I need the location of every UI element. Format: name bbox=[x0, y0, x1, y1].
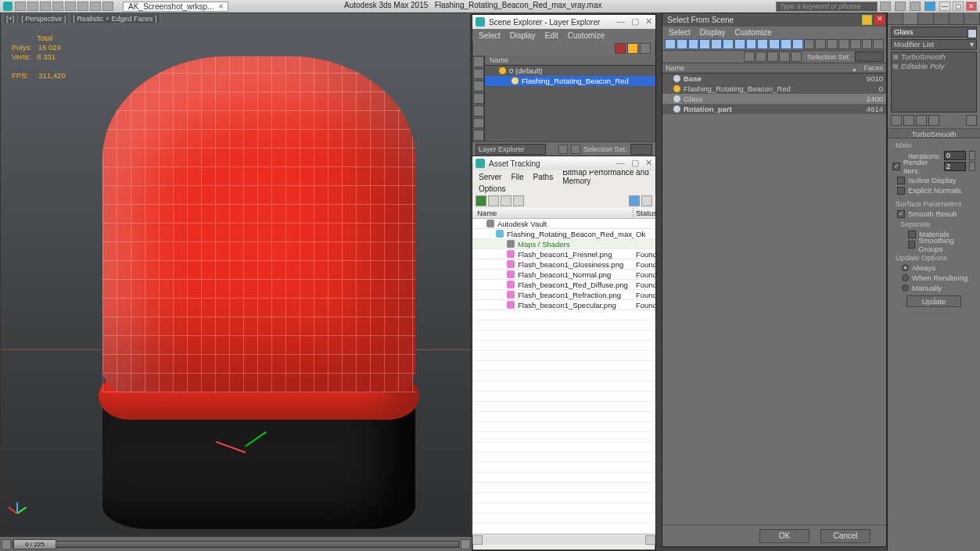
upd-render-radio[interactable] bbox=[902, 274, 909, 281]
explicit-check[interactable] bbox=[897, 187, 905, 195]
filter-space-icon[interactable] bbox=[473, 118, 484, 129]
filter-helper-icon[interactable] bbox=[473, 106, 484, 116]
selset-c-icon[interactable] bbox=[779, 52, 790, 62]
flt-f-icon[interactable] bbox=[838, 39, 849, 49]
menu-bitmap[interactable]: Bitmap Performance and Memory bbox=[562, 168, 649, 185]
timeslider-prev-button[interactable] bbox=[2, 539, 11, 549]
asset-row[interactable]: Flash_beacon1_Refraction.pngFound bbox=[472, 290, 655, 300]
signin-icon[interactable] bbox=[895, 2, 906, 11]
menu-display[interactable]: Display bbox=[700, 28, 726, 37]
viewport-label[interactable]: [+][ Perspective ][ Realistic + Edged Fa… bbox=[3, 13, 161, 23]
asset-tracking-titlebar[interactable]: Asset Tracking —▢✕ bbox=[472, 156, 655, 170]
filter-light-icon[interactable] bbox=[473, 81, 484, 91]
ok-button[interactable]: OK bbox=[759, 529, 809, 543]
make-unique-icon[interactable] bbox=[916, 115, 927, 126]
timeslider-next-button[interactable] bbox=[461, 539, 470, 549]
asset-row[interactable]: Flash_beacon1_Specular.pngFound bbox=[472, 300, 655, 310]
object-name-field[interactable]: Glass bbox=[891, 27, 977, 38]
flt-g-icon[interactable] bbox=[850, 39, 861, 49]
object-color-swatch[interactable] bbox=[967, 29, 977, 38]
time-slider[interactable]: 0 / 225 bbox=[0, 536, 472, 551]
rollout-turbosmooth[interactable]: TurboSmooth bbox=[888, 128, 980, 138]
render-iters-field[interactable]: 2 bbox=[944, 162, 966, 171]
app-icon[interactable] bbox=[3, 2, 13, 11]
infocenter-icon[interactable] bbox=[880, 2, 891, 11]
render-iters-spinner[interactable] bbox=[969, 162, 975, 171]
col-name[interactable]: Name bbox=[472, 208, 634, 218]
flt-helper-icon[interactable] bbox=[723, 39, 734, 49]
close-icon[interactable]: ✕ bbox=[645, 16, 652, 27]
menu-server[interactable]: Server bbox=[479, 173, 501, 181]
filter-shape-icon[interactable] bbox=[473, 69, 484, 80]
sfs-list[interactable]: NameFaces Base9010Flashing_Rotating_Beac… bbox=[662, 63, 886, 114]
at-help-icon[interactable] bbox=[629, 195, 640, 206]
remove-mod-icon[interactable] bbox=[928, 115, 939, 126]
tb-new-icon[interactable] bbox=[15, 2, 26, 11]
menu-customize[interactable]: Customize bbox=[735, 28, 772, 37]
tb-undo-icon[interactable] bbox=[52, 2, 63, 11]
tab-display-icon[interactable] bbox=[949, 13, 965, 24]
menu-options[interactable]: Options bbox=[479, 184, 505, 193]
asset-table[interactable]: NameStatus Autodesk VaultFlashing_Rotati… bbox=[472, 208, 655, 545]
scene-explorer-titlebar[interactable]: Scene Explorer - Layer Explorer —▢✕ bbox=[472, 15, 655, 29]
asset-row[interactable]: Flashing_Rotating_Beacon_Red_max_vray.ma… bbox=[472, 229, 655, 239]
at-refresh-icon[interactable] bbox=[476, 195, 486, 206]
tb-redo-icon[interactable] bbox=[65, 2, 76, 11]
close-button[interactable]: ✕ bbox=[966, 2, 977, 11]
selset-b-icon[interactable] bbox=[767, 52, 778, 62]
at-btn2-icon[interactable] bbox=[488, 195, 499, 206]
tree-row[interactable]: 0 (default) bbox=[485, 66, 655, 76]
render-iters-check[interactable]: ✓ bbox=[892, 163, 900, 170]
smooth-result-check[interactable]: ✓ bbox=[897, 210, 905, 218]
minimize-icon[interactable]: — bbox=[616, 16, 625, 27]
asset-row[interactable]: Autodesk Vault bbox=[472, 219, 655, 229]
at-btn4-icon[interactable] bbox=[513, 195, 524, 206]
sfs-row[interactable]: Base9010 bbox=[662, 73, 886, 84]
menu-paths[interactable]: Paths bbox=[533, 173, 554, 181]
selset-clear-icon[interactable] bbox=[744, 52, 755, 62]
menu-edit[interactable]: Edit bbox=[545, 31, 558, 40]
update-button[interactable]: Update bbox=[906, 295, 961, 307]
tree-header-name[interactable]: Name bbox=[485, 55, 655, 66]
asset-row[interactable]: Flash_beacon1_Fresnel.pngFound bbox=[472, 249, 655, 259]
iterations-field[interactable]: 0 bbox=[944, 151, 966, 160]
selection-set-dropdown[interactable] bbox=[630, 144, 652, 155]
col-status[interactable]: Status bbox=[634, 208, 655, 218]
menu-file[interactable]: File bbox=[511, 173, 523, 181]
filter-cam-icon[interactable] bbox=[473, 93, 484, 104]
flt-group-icon[interactable] bbox=[746, 39, 757, 49]
stack-item-turbosmooth[interactable]: TurboSmooth bbox=[892, 52, 976, 62]
footer-btn2-icon[interactable] bbox=[571, 145, 580, 154]
flt-light-icon[interactable] bbox=[699, 39, 710, 49]
tb-misc-icon[interactable] bbox=[77, 2, 88, 11]
asset-row[interactable]: Flash_beacon1_Red_Diffuse.pngFound bbox=[472, 280, 655, 290]
tab-modify-icon[interactable] bbox=[903, 13, 919, 24]
explorer-type-dropdown[interactable]: Layer Explorer bbox=[476, 144, 546, 155]
tb-misc3-icon[interactable] bbox=[102, 2, 113, 11]
maximize-icon[interactable]: ▢ bbox=[631, 158, 639, 168]
flt-shape-icon[interactable] bbox=[688, 39, 699, 49]
tab-hierarchy-icon[interactable] bbox=[918, 13, 934, 24]
selset-d-icon[interactable] bbox=[791, 52, 802, 62]
at-btn3-icon[interactable] bbox=[501, 195, 512, 206]
filter-geom-icon[interactable] bbox=[473, 56, 484, 67]
iterations-spinner[interactable] bbox=[969, 151, 975, 160]
configure-sets-icon[interactable] bbox=[966, 115, 977, 126]
selset-a-icon[interactable] bbox=[756, 52, 766, 62]
help-icon[interactable] bbox=[924, 2, 935, 11]
asset-row[interactable]: Maps / Shaders bbox=[472, 239, 655, 249]
tab-motion-icon[interactable] bbox=[934, 13, 949, 24]
exchange-icon[interactable] bbox=[910, 2, 921, 11]
sep-smoothing-check[interactable] bbox=[908, 241, 915, 249]
filter-misc-icon[interactable] bbox=[640, 43, 651, 54]
asset-table-scrollbar[interactable] bbox=[472, 534, 655, 545]
cancel-button[interactable]: Cancel bbox=[820, 529, 871, 543]
viewport[interactable]: Total Polys: 16 024 Verts: 8 331 FPS: 31… bbox=[0, 13, 471, 536]
close-icon[interactable]: ✕ bbox=[645, 158, 652, 168]
flt-b-icon[interactable] bbox=[792, 39, 803, 49]
filter-clear-icon[interactable] bbox=[615, 43, 626, 54]
pin-stack-icon[interactable] bbox=[891, 115, 902, 126]
filter-bone-icon[interactable] bbox=[473, 130, 484, 141]
flt-i-icon[interactable] bbox=[873, 39, 884, 49]
scene-explorer-tree[interactable]: Name 0 (default)Flashing_Rotating_Beacon… bbox=[485, 55, 655, 141]
